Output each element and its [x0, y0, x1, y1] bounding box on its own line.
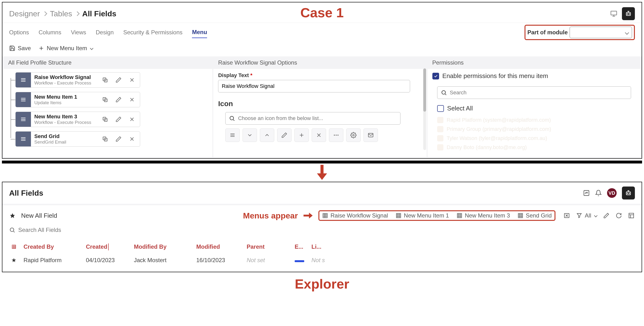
icon-option-edit[interactable] — [277, 128, 292, 142]
permissions-search-input[interactable] — [450, 90, 628, 96]
edit-icon[interactable] — [116, 116, 122, 122]
refresh-icon[interactable] — [616, 212, 622, 219]
close-icon[interactable] — [129, 97, 135, 103]
tab-columns[interactable]: Columns — [39, 27, 62, 38]
menu-tree: Raise Workflow SignalWorkflow - Execute … — [8, 72, 208, 147]
edit-icon[interactable] — [116, 97, 122, 103]
permission-row[interactable]: Danny Boto (danny.boto@me.org) — [437, 144, 636, 151]
icon-option-mail[interactable] — [364, 128, 378, 142]
col-modified[interactable]: Modified — [196, 243, 242, 250]
excel-icon[interactable] — [564, 212, 570, 219]
copy-icon[interactable] — [102, 77, 108, 83]
display-text-input[interactable] — [218, 80, 410, 92]
new-menu-item-label: New Menu Item — [47, 45, 87, 52]
table-row[interactable]: ★ Rapid Platform 04/10/2023 Jack Mostert… — [9, 253, 635, 267]
permissions-panel: Permissions Enable permissions for this … — [428, 56, 641, 157]
permission-row[interactable]: Primary Group (primary@rapidplatform.com… — [437, 126, 636, 132]
tab-menu[interactable]: Menu — [192, 27, 207, 38]
menu-item[interactable]: Raise Workflow SignalWorkflow - Execute … — [15, 72, 140, 88]
menu-item-row: New Menu Item 1Update Items — [15, 92, 208, 107]
part-of-module-select[interactable] — [570, 27, 632, 38]
row-checkbox[interactable] — [437, 117, 444, 123]
star-icon[interactable] — [10, 213, 15, 218]
icon-option-more[interactable] — [329, 128, 343, 142]
menu-item[interactable]: Send GridSendGrid Email — [15, 131, 140, 147]
col-e[interactable]: E... — [295, 243, 307, 250]
row-checkbox[interactable] — [437, 126, 444, 132]
icon-option-gear[interactable] — [346, 128, 361, 142]
col-li[interactable]: Li... — [312, 243, 328, 250]
icon-option-x[interactable] — [312, 128, 326, 142]
breadcrumb-tables[interactable]: Tables — [50, 9, 72, 18]
chevron-right-icon — [75, 11, 80, 16]
breadcrumb: Designer Tables All Fields — [9, 9, 116, 18]
svg-rect-35 — [12, 245, 16, 249]
close-icon[interactable] — [129, 136, 135, 142]
menu-item[interactable]: New Menu Item 1Update Items — [15, 92, 140, 107]
copy-icon[interactable] — [102, 136, 108, 142]
menu-send-grid[interactable]: Send Grid — [518, 212, 552, 219]
icon-option-chevup[interactable] — [260, 128, 274, 142]
tab-security[interactable]: Security & Permissions — [123, 27, 182, 38]
bell-button[interactable] — [595, 190, 602, 196]
chevron-down-icon — [90, 47, 93, 50]
drag-handle[interactable] — [16, 112, 31, 127]
drag-handle[interactable] — [16, 132, 31, 146]
graph-icon[interactable] — [583, 190, 590, 196]
display-icon[interactable] — [610, 10, 618, 18]
cell-e — [295, 257, 307, 264]
icon-option-plus[interactable] — [294, 128, 309, 142]
drag-handle[interactable] — [16, 73, 31, 87]
svg-rect-30 — [457, 213, 462, 218]
permission-row[interactable]: Tyler Watson (tyler@rapidplatform.com.au… — [437, 135, 636, 141]
enable-checkbox[interactable] — [432, 73, 439, 80]
breadcrumb-designer[interactable]: Designer — [9, 9, 40, 18]
menu-item[interactable]: New Menu Item 3Workflow - Execute Proces… — [15, 112, 140, 127]
edit-icon[interactable] — [116, 136, 122, 142]
copy-icon[interactable] — [102, 116, 108, 122]
avatar[interactable]: VD — [607, 188, 617, 198]
menu-new-item-3[interactable]: New Menu Item 3 — [456, 212, 510, 219]
new-menu-item-button[interactable]: New Menu Item — [38, 45, 93, 52]
enable-permissions-row: Enable permissions for this menu item — [432, 72, 636, 80]
grid-icon[interactable] — [11, 244, 16, 249]
copy-icon[interactable] — [102, 97, 108, 103]
filter-all[interactable]: All — [576, 212, 597, 219]
tab-design[interactable]: Design — [96, 27, 114, 38]
icon-search-input[interactable] — [238, 115, 397, 122]
col-modified-by[interactable]: Modified By — [134, 243, 192, 250]
menu-raise-workflow[interactable]: Raise Workflow Signal — [322, 212, 388, 219]
new-all-field-button[interactable]: New All Field — [21, 212, 57, 219]
row-checkbox[interactable] — [437, 135, 444, 141]
bot-button[interactable] — [622, 7, 635, 20]
tab-views[interactable]: Views — [71, 27, 86, 38]
menu-item-title: New Menu Item 1 — [34, 94, 98, 100]
scrollbar[interactable] — [423, 68, 426, 150]
icon-option-menu[interactable] — [225, 128, 240, 142]
col-created[interactable]: Created — [86, 243, 129, 250]
edit-icon[interactable] — [603, 212, 610, 219]
header-right: VD — [583, 187, 635, 199]
tab-options[interactable]: Options — [9, 27, 29, 38]
row-checkbox[interactable] — [437, 144, 444, 151]
permission-row[interactable]: Rapid Platform (system@rapidplatform.com… — [437, 117, 636, 123]
close-icon[interactable] — [129, 77, 135, 83]
table-search-input[interactable] — [18, 227, 114, 233]
drag-handle[interactable] — [16, 92, 31, 107]
bot-button[interactable] — [622, 187, 635, 199]
col-parent[interactable]: Parent — [247, 243, 290, 250]
close-icon[interactable] — [129, 116, 135, 122]
layout-icon[interactable] — [628, 212, 634, 219]
menu-new-item-1[interactable]: New Menu Item 1 — [396, 212, 449, 219]
explorer-toolbar: New All Field Menus appear Raise Workflo… — [3, 206, 641, 223]
table-header: Created By Created Modified By Modified … — [9, 240, 635, 253]
permissions-search[interactable] — [437, 86, 631, 99]
row-star-icon[interactable]: ★ — [9, 257, 19, 264]
save-button[interactable]: Save — [9, 45, 31, 52]
col-created-by[interactable]: Created By — [24, 243, 81, 250]
edit-icon[interactable] — [116, 77, 122, 83]
select-all-checkbox[interactable] — [437, 105, 444, 112]
icon-option-chevdown[interactable] — [242, 128, 257, 142]
icon-search[interactable] — [225, 112, 400, 125]
panels: All Field Profile Structure Raise Workfl… — [2, 56, 642, 158]
